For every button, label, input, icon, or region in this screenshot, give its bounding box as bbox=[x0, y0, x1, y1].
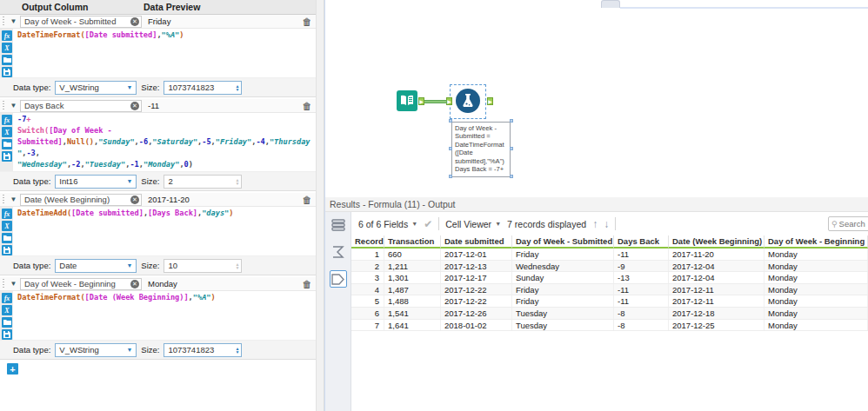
drag-handle-icon[interactable] bbox=[0, 99, 7, 113]
clear-icon[interactable]: ✕ bbox=[130, 196, 139, 204]
spin-down-icon[interactable]: ▼ bbox=[235, 88, 239, 91]
selection-handle[interactable] bbox=[510, 147, 513, 150]
saved-expressions-icon[interactable] bbox=[2, 139, 12, 149]
apply-check-icon[interactable]: ✔ bbox=[424, 218, 432, 230]
data-type-dropdown[interactable]: Int16 ▼ bbox=[55, 175, 137, 189]
size-field[interactable]: ▲ ▼ bbox=[164, 343, 242, 357]
data-type-dropdown[interactable]: Date ▼ bbox=[55, 259, 137, 273]
delete-expression-icon[interactable]: 🗑 bbox=[298, 195, 316, 205]
functions-icon[interactable]: fx bbox=[2, 209, 12, 219]
formula-code[interactable]: -7+ Switch([Day of Week - Submitted],Nul… bbox=[13, 113, 316, 171]
collapse-chevron-icon[interactable]: ▼ bbox=[7, 102, 20, 109]
size-input[interactable] bbox=[168, 83, 222, 92]
delete-expression-icon[interactable]: 🗑 bbox=[298, 101, 316, 111]
clear-icon[interactable]: ✕ bbox=[130, 17, 139, 26]
input-data-tool[interactable] bbox=[397, 90, 417, 111]
spin-down-icon[interactable]: ▼ bbox=[235, 266, 239, 269]
output-column-field[interactable]: ✕ bbox=[20, 278, 142, 290]
selection-handle[interactable] bbox=[510, 175, 513, 178]
table-row[interactable]: 16602017-12-01Friday-112017-11-20Monday bbox=[351, 249, 868, 261]
functions-icon[interactable]: fx bbox=[2, 115, 12, 125]
cell-viewer-dropdown[interactable]: Cell Viewer ▼ bbox=[445, 219, 501, 229]
formula-code[interactable]: DateTimeFormat([Date submitted],"%A") bbox=[13, 29, 316, 77]
workflow-canvas[interactable]: ▶ ▶ ▶ Day of Week - Submitted = DateTime… bbox=[324, 0, 868, 197]
spin-down-icon[interactable]: ▼ bbox=[235, 182, 239, 185]
output-column-input[interactable] bbox=[24, 279, 130, 288]
selection-handle[interactable] bbox=[449, 175, 452, 178]
drag-handle-icon[interactable] bbox=[0, 277, 7, 291]
save-expression-icon[interactable] bbox=[2, 151, 12, 162]
results-search-box[interactable]: ⚲ bbox=[828, 216, 868, 231]
collapse-chevron-icon[interactable]: ▼ bbox=[7, 280, 20, 288]
save-expression-icon[interactable] bbox=[2, 245, 12, 255]
functions-icon[interactable]: fx bbox=[2, 30, 12, 41]
table-row[interactable]: 41,4872017-12-22Friday-112017-12-11Monda… bbox=[351, 284, 868, 296]
collapse-chevron-icon[interactable]: ▼ bbox=[7, 196, 20, 203]
add-expression-button[interactable]: + bbox=[7, 363, 18, 375]
output-column-field[interactable]: ✕ bbox=[20, 16, 142, 28]
output-column-input[interactable] bbox=[24, 195, 130, 204]
output-column-field[interactable]: ✕ bbox=[20, 100, 142, 112]
formula-input-anchor[interactable]: ▶ bbox=[446, 97, 452, 105]
clear-icon[interactable]: ✕ bbox=[130, 280, 139, 288]
size-input[interactable] bbox=[168, 345, 222, 355]
table-row[interactable]: 31,3012017-12-17Sunday-132017-12-04Monda… bbox=[351, 272, 868, 284]
delete-expression-icon[interactable]: 🗑 bbox=[298, 17, 316, 27]
column-header[interactable]: Days Back bbox=[614, 235, 669, 249]
clear-icon[interactable]: ✕ bbox=[130, 102, 139, 110]
config-panel-scrollbar[interactable] bbox=[316, 0, 324, 411]
size-field[interactable]: ▲ ▼ bbox=[164, 259, 242, 273]
table-row[interactable]: 71,6412018-01-02Tuesday-82017-12-25Monda… bbox=[351, 320, 868, 332]
data-tag-icon[interactable] bbox=[330, 270, 347, 288]
metadata-sigma-icon[interactable] bbox=[330, 243, 347, 261]
delete-expression-icon[interactable]: 🗑 bbox=[298, 279, 316, 289]
output-column-field[interactable]: ✕ bbox=[20, 194, 142, 206]
size-field[interactable]: ▲ ▼ bbox=[164, 81, 242, 95]
formula-code[interactable]: DateTimeFormat([Date (Week Beginning)],"… bbox=[13, 291, 316, 340]
column-header[interactable]: Date submitted bbox=[441, 235, 512, 249]
size-spinner[interactable]: ▲ ▼ bbox=[235, 262, 239, 269]
scroll-down-icon[interactable]: ↓ bbox=[604, 218, 609, 230]
drag-handle-icon[interactable] bbox=[0, 15, 7, 29]
columns-icon[interactable]: X bbox=[2, 127, 12, 137]
scroll-up-icon[interactable]: ↑ bbox=[592, 218, 598, 230]
canvas-tab[interactable] bbox=[601, 0, 620, 8]
output-column-input[interactable] bbox=[24, 17, 130, 26]
table-row[interactable]: 21,2112017-12-13Wednesday-92017-12-04Mon… bbox=[351, 261, 868, 273]
columns-icon[interactable]: X bbox=[2, 221, 12, 231]
column-header[interactable]: Date (Week Beginning) bbox=[669, 235, 765, 249]
input-output-anchor[interactable]: ▶ bbox=[418, 97, 424, 105]
search-input[interactable] bbox=[839, 219, 868, 229]
columns-icon[interactable]: X bbox=[2, 43, 12, 53]
drag-handle-icon[interactable] bbox=[0, 193, 7, 207]
saved-expressions-icon[interactable] bbox=[2, 233, 12, 243]
functions-icon[interactable]: fx bbox=[2, 293, 12, 303]
table-row[interactable]: 51,4882017-12-22Friday-112017-12-11Monda… bbox=[351, 295, 868, 308]
saved-expressions-icon[interactable] bbox=[2, 55, 12, 65]
size-spinner[interactable]: ▲ ▼ bbox=[235, 347, 239, 354]
column-header[interactable]: Record bbox=[351, 235, 384, 249]
column-header[interactable]: Transaction bbox=[384, 235, 441, 249]
layout-rows-icon[interactable] bbox=[330, 216, 347, 234]
save-expression-icon[interactable] bbox=[2, 67, 12, 77]
column-header[interactable]: Day of Week - Submitted bbox=[512, 235, 614, 249]
columns-icon[interactable]: X bbox=[2, 305, 12, 315]
table-row[interactable]: 61,5412017-12-26Tuesday-82017-12-18Monda… bbox=[351, 308, 868, 320]
size-input[interactable] bbox=[168, 176, 222, 186]
fields-dropdown[interactable]: 6 of 6 Fields ▼ bbox=[358, 219, 417, 229]
selection-handle[interactable] bbox=[449, 119, 452, 123]
collapse-chevron-icon[interactable]: ▼ bbox=[7, 17, 20, 25]
formula-output-anchor[interactable]: ▶ bbox=[487, 97, 493, 105]
data-type-dropdown[interactable]: V_WString ▼ bbox=[55, 81, 137, 95]
column-header[interactable]: Day of Week - Beginning bbox=[765, 235, 868, 249]
size-spinner[interactable]: ▲ ▼ bbox=[235, 84, 239, 91]
formula-code[interactable]: DateTimeAdd([Date submitted],[Days Back]… bbox=[13, 207, 316, 255]
formula-tool[interactable] bbox=[456, 89, 480, 113]
size-field[interactable]: ▲ ▼ bbox=[164, 175, 242, 189]
saved-expressions-icon[interactable] bbox=[2, 317, 12, 328]
save-expression-icon[interactable] bbox=[2, 329, 12, 340]
size-spinner[interactable]: ▲ ▼ bbox=[235, 178, 239, 185]
spin-down-icon[interactable]: ▼ bbox=[235, 350, 239, 354]
selection-handle[interactable] bbox=[510, 119, 513, 123]
data-type-dropdown[interactable]: V_WString ▼ bbox=[55, 343, 137, 357]
